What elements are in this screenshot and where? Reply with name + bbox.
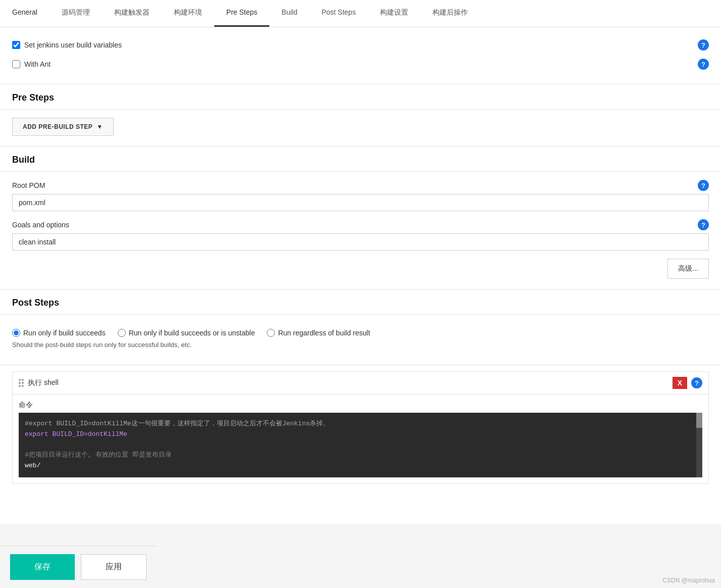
radio-regardless[interactable]: Run regardless of build result xyxy=(267,329,370,337)
jenkins-vars-help-icon[interactable]: ? xyxy=(698,39,709,51)
shell-section: 执行 shell X ? 命令 #export BUILD_ID=dontKil… xyxy=(0,365,721,524)
tab-navigation: General 源码管理 构建触发器 构建环境 Pre Steps Build … xyxy=(0,0,721,27)
shell-delete-button[interactable]: X xyxy=(672,377,687,389)
bottom-bar: 保存 应用 xyxy=(0,546,157,588)
tab-build-environment[interactable]: 构建环境 xyxy=(162,0,214,27)
tab-build-settings[interactable]: 构建设置 xyxy=(368,0,420,27)
shell-content: 命令 #export BUILD_ID=dontKillMe这一句很重要，这样指… xyxy=(13,395,708,483)
root-pom-label: Root POM xyxy=(12,181,45,189)
with-ant-label: With Ant xyxy=(24,60,51,68)
code-line-1: #export BUILD_ID=dontKillMe这一句很重要，这样指定了，… xyxy=(25,419,696,429)
shell-header: 执行 shell X ? xyxy=(13,372,708,395)
tab-source-management[interactable]: 源码管理 xyxy=(50,0,102,27)
tab-build-triggers[interactable]: 构建触发器 xyxy=(102,0,162,27)
radio-success-or-unstable-input[interactable] xyxy=(118,329,126,337)
checkboxes-section: Set jenkins user build variables ? With … xyxy=(0,27,721,84)
post-steps-section: Run only if build succeeds Run only if b… xyxy=(0,315,721,365)
radio-regardless-input[interactable] xyxy=(267,329,275,337)
code-line-5: web/ xyxy=(25,461,696,471)
goals-label-row: Goals and options ? xyxy=(12,219,709,230)
tab-pre-steps[interactable]: Pre Steps xyxy=(214,0,269,27)
goals-input[interactable] xyxy=(12,233,709,251)
with-ant-checkbox[interactable] xyxy=(12,60,20,68)
drag-handle-icon xyxy=(19,379,24,387)
tab-post-steps[interactable]: Post Steps xyxy=(309,0,368,27)
root-pom-label-row: Root POM ? xyxy=(12,180,709,191)
root-pom-field-group: Root POM ? xyxy=(12,180,709,211)
save-button[interactable]: 保存 xyxy=(10,554,75,580)
with-ant-help-icon[interactable]: ? xyxy=(698,59,709,70)
scrollbar-track xyxy=(696,413,702,477)
root-pom-help-icon[interactable]: ? xyxy=(698,180,709,191)
watermark: CSDN @maprohua xyxy=(662,577,715,584)
with-ant-row: With Ant ? xyxy=(12,55,709,74)
radio-success-or-unstable[interactable]: Run only if build succeeds or is unstabl… xyxy=(118,329,255,337)
dropdown-arrow-icon: ▼ xyxy=(97,123,103,130)
code-line-2: export BUILD_ID=dontKillMe xyxy=(25,429,696,440)
tab-build[interactable]: Build xyxy=(269,0,309,27)
post-steps-description: Should the post-build steps run only for… xyxy=(12,341,709,355)
root-pom-input[interactable] xyxy=(12,194,709,211)
jenkins-vars-checkbox[interactable] xyxy=(12,41,20,49)
shell-help-icon[interactable]: ? xyxy=(691,377,702,388)
pre-steps-section: ADD PRE-BUILD STEP ▼ xyxy=(0,110,721,146)
radio-success-only-label: Run only if build succeeds xyxy=(23,329,106,337)
build-section: Root POM ? Goals and options ? 高级... xyxy=(0,172,721,289)
radio-success-only-input[interactable] xyxy=(12,329,20,337)
shell-drag-handle[interactable]: 执行 shell xyxy=(19,378,59,387)
radio-group: Run only if build succeeds Run only if b… xyxy=(12,323,709,341)
add-pre-build-step-button[interactable]: ADD PRE-BUILD STEP ▼ xyxy=(12,118,114,136)
code-line-3 xyxy=(25,440,696,451)
shell-execute-block: 执行 shell X ? 命令 #export BUILD_ID=dontKil… xyxy=(12,371,709,484)
pre-steps-header: Pre Steps xyxy=(0,84,721,110)
jenkins-vars-label: Set jenkins user build variables xyxy=(24,41,122,49)
radio-success-or-unstable-label: Run only if build succeeds or is unstabl… xyxy=(129,329,255,337)
goals-label: Goals and options xyxy=(12,221,69,229)
apply-button[interactable]: 应用 xyxy=(81,554,147,580)
code-line-4: #把项目目录运行这个, 有效的位置 即是发布目录 xyxy=(25,450,696,461)
tab-post-build-actions[interactable]: 构建后操作 xyxy=(420,0,480,27)
code-editor[interactable]: #export BUILD_ID=dontKillMe这一句很重要，这样指定了，… xyxy=(19,413,702,477)
radio-regardless-label: Run regardless of build result xyxy=(278,329,370,337)
goals-help-icon[interactable]: ? xyxy=(698,219,709,230)
tab-general[interactable]: General xyxy=(0,0,50,27)
post-steps-header: Post Steps xyxy=(0,289,721,315)
advanced-button-row: 高级... xyxy=(12,259,709,279)
goals-field-group: Goals and options ? xyxy=(12,219,709,251)
build-header: Build xyxy=(0,146,721,172)
advanced-button[interactable]: 高级... xyxy=(667,259,709,279)
shell-header-right: X ? xyxy=(672,377,702,389)
radio-success-only[interactable]: Run only if build succeeds xyxy=(12,329,106,337)
jenkins-vars-row: Set jenkins user build variables ? xyxy=(12,35,709,55)
scrollbar-thumb[interactable] xyxy=(696,413,702,428)
command-label: 命令 xyxy=(19,401,702,410)
main-content: Set jenkins user build variables ? With … xyxy=(0,27,721,524)
shell-title: 执行 shell xyxy=(28,378,59,387)
